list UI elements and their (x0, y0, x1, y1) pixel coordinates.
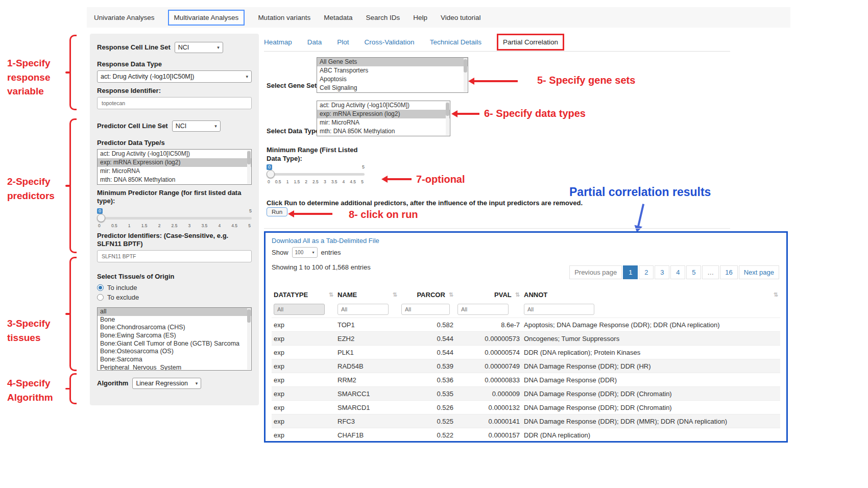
col-annot[interactable]: ANNOT⇅ (522, 288, 780, 301)
listbox-option[interactable]: Bone:Sarcoma (98, 356, 251, 364)
sort-icon[interactable]: ⇅ (329, 291, 333, 298)
response-data-type-select[interactable]: act: Drug Activity (-log10[IC50M]) ▾ (97, 70, 252, 83)
run-button[interactable]: Run (267, 207, 287, 216)
tab[interactable]: Plot (337, 38, 349, 46)
nav-item[interactable]: Video tutorial (441, 14, 481, 21)
data-types-listbox[interactable]: act: Drug Activity (-log10[IC50M])exp: m… (317, 101, 450, 136)
algorithm-value: Linear Regression (136, 380, 187, 387)
listbox-option[interactable]: Bone:Giant Cell Tumor of Bone (GCTB) Sar… (98, 340, 251, 348)
listbox-option[interactable]: all (98, 308, 251, 316)
filter-annot-input[interactable] (524, 304, 594, 315)
table-row[interactable]: exp PLK1 0.544 0.00000574 DDR (DNA repli… (272, 346, 780, 359)
listbox-option[interactable]: ABC Transporters (317, 66, 468, 75)
header-row: DATATYPE⇅ NAME⇅ PARCOR⇅ PVAL⇅ ANNOT⇅ (272, 288, 780, 301)
tab[interactable]: Heatmap (264, 38, 292, 46)
sort-icon[interactable]: ⇅ (393, 291, 397, 298)
table-row[interactable]: exp RRM2 0.536 0.00000833 DNA Damage Res… (272, 373, 780, 387)
listbox-option[interactable]: act: Drug Activity (-log10[IC50M]) (98, 150, 251, 158)
cell-pval: 0.0000132 (455, 401, 522, 414)
tab[interactable]: Technical Details (430, 38, 481, 46)
entries-count-select[interactable]: 100 ▾ (292, 247, 318, 258)
slider-track[interactable] (97, 217, 252, 219)
table-row[interactable]: exp TOP1 0.582 8.6e-7 Apoptosis; DNA Dam… (272, 318, 780, 332)
table-row[interactable]: exp CHAF1B 0.522 0.0000157 DDR (DNA repl… (272, 428, 780, 442)
listbox-option[interactable]: Bone:Chondrosarcoma (CHS) (98, 324, 251, 332)
listbox-option[interactable]: Peripheral_Nervous_System (98, 364, 251, 371)
nav-item[interactable]: Search IDs (366, 14, 400, 21)
predictor-cell-line-set-select[interactable]: NCI ▾ (172, 120, 221, 132)
table-row[interactable]: exp RAD54B 0.539 0.00000749 DNA Damage R… (272, 359, 780, 373)
slider-track[interactable] (267, 173, 365, 176)
listbox-option[interactable]: mth: DNA 850K Methylation (317, 127, 450, 136)
algorithm-select[interactable]: Linear Regression ▾ (132, 378, 201, 389)
results-table-body: exp TOP1 0.582 8.6e-7 Apoptosis; DNA Dam… (272, 318, 780, 442)
sort-icon[interactable]: ⇅ (515, 291, 520, 298)
download-link[interactable]: Download All as a Tab-Delimited File (272, 237, 379, 245)
page-button[interactable]: 4 (670, 265, 685, 279)
listbox-option[interactable]: All Gene Sets (317, 58, 468, 66)
filter-pval-input[interactable] (457, 304, 509, 315)
tab[interactable]: Data (307, 38, 322, 46)
nav-item[interactable]: Mutation variants (258, 14, 310, 21)
scrollbar[interactable] (464, 58, 467, 92)
filter-datatype-input[interactable] (274, 304, 325, 315)
scrollbar[interactable] (247, 150, 251, 184)
table-row[interactable]: exp RFC3 0.525 0.0000141 DNA Damage Resp… (272, 414, 780, 428)
sort-icon[interactable]: ⇅ (774, 291, 778, 298)
tissue-listbox[interactable]: allBoneBone:Chondrosarcoma (CHS)Bone:Ewi… (97, 307, 252, 371)
predictor-data-types-listbox[interactable]: act: Drug Activity (-log10[IC50M])exp: m… (97, 149, 252, 185)
nav-item[interactable]: Univariate Analyses (94, 14, 155, 21)
col-pval[interactable]: PVAL⇅ (455, 288, 522, 301)
listbox-option[interactable]: Bone (98, 316, 251, 324)
scrollbar[interactable] (247, 308, 251, 370)
gene-sets-listbox[interactable]: All Gene SetsABC TransportersApoptosisCe… (317, 57, 468, 93)
tab[interactable]: Cross-Validation (365, 38, 415, 46)
nav-item[interactable]: Multivariate Analyses (168, 10, 245, 26)
page-button[interactable]: 2 (639, 265, 654, 279)
page-button[interactable]: 16 (720, 265, 737, 279)
listbox-option[interactable]: Apoptosis (317, 75, 468, 84)
listbox-option[interactable]: Bone:Ewing Sarcoma (ES) (98, 332, 251, 340)
filter-name-input[interactable] (337, 304, 389, 315)
nav-item[interactable]: Metadata (324, 14, 352, 21)
slider-tick-label: 0 (98, 223, 101, 228)
slider-handle[interactable] (267, 170, 275, 178)
page-button[interactable]: Previous page (569, 265, 622, 279)
radio-unselected-icon[interactable] (97, 294, 104, 301)
tab[interactable]: Partial Correlation (497, 34, 564, 51)
page-button[interactable]: 5 (686, 265, 701, 279)
min-range-slider[interactable]: 0 5 00.511.522.533.544.55 (267, 164, 365, 185)
listbox-option[interactable]: exp: mRNA Expression (log2) (98, 158, 251, 167)
listbox-option[interactable]: Cell Signaling (317, 84, 468, 92)
sort-icon[interactable]: ⇅ (449, 291, 453, 298)
response-identifier-input[interactable] (97, 97, 252, 109)
page-button[interactable]: … (702, 265, 719, 279)
table-row[interactable]: exp EZH2 0.544 0.00000573 Oncogenes; Tum… (272, 332, 780, 346)
cell-datatype: exp (272, 387, 335, 401)
listbox-option[interactable]: act: Drug Activity (-log10[IC50M]) (317, 101, 450, 110)
listbox-option[interactable]: mir: MicroRNA (98, 167, 251, 176)
nav-item[interactable]: Help (413, 14, 427, 21)
listbox-option[interactable]: exp: mRNA Expression (log2) (317, 110, 450, 118)
scrollbar[interactable] (446, 102, 449, 135)
table-row[interactable]: exp SMARCC1 0.535 0.000009 DNA Damage Re… (272, 387, 780, 401)
col-datatype[interactable]: DATATYPE⇅ (272, 288, 335, 301)
page-button[interactable]: Next page (739, 265, 779, 279)
col-name[interactable]: NAME⇅ (335, 288, 399, 301)
slider-handle[interactable] (97, 214, 105, 222)
listbox-option[interactable]: mir: MicroRNA (317, 118, 450, 127)
listbox-option[interactable]: Bone:Osteosarcoma (OS) (98, 348, 251, 356)
col-parcor[interactable]: PARCOR⇅ (399, 288, 455, 301)
page-button[interactable]: 1 (623, 265, 638, 279)
radio-selected-icon[interactable] (97, 284, 104, 291)
page-button[interactable]: 3 (655, 265, 669, 279)
table-row[interactable]: exp SMARCD1 0.526 0.0000132 DNA Damage R… (272, 401, 780, 414)
tissue-include-radio[interactable]: To include (97, 283, 252, 292)
predictor-range-slider[interactable]: 0 5 00.511.522.533.544.55 (97, 208, 252, 229)
cell-annot: Apoptosis; DNA Damage Response (DDR); DD… (522, 318, 780, 332)
response-cell-line-set-select[interactable]: NCI ▾ (175, 42, 223, 53)
tissue-exclude-radio[interactable]: To exclude (97, 292, 252, 302)
predictor-identifiers-input[interactable] (97, 250, 252, 262)
listbox-option[interactable]: mth: DNA 850K Methylation (98, 176, 251, 184)
filter-parcor-input[interactable] (401, 304, 450, 315)
